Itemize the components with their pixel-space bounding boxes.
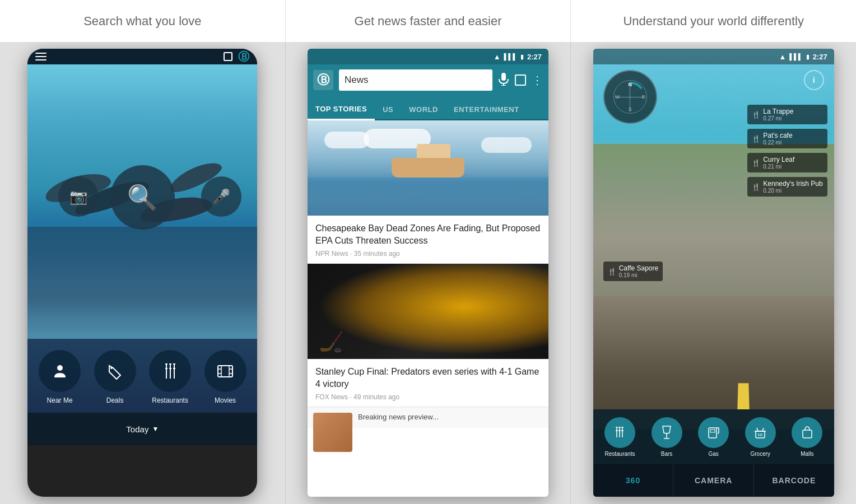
s2-square-icon[interactable] <box>515 74 526 86</box>
s3-grocery-circle[interactable] <box>745 417 776 448</box>
news-img-1 <box>308 120 548 216</box>
nav-movies[interactable]: Movies <box>204 350 246 404</box>
s2-search-bar[interactable]: News <box>339 69 492 91</box>
s1-status-bar: Ⓑ <box>27 49 257 64</box>
s3-gas-icon <box>708 426 720 439</box>
s2-status-bar: ▲ ▌▌▌ ▮ 2:27 <box>308 49 548 64</box>
fork-icon <box>162 363 178 380</box>
restaurants-circle[interactable] <box>149 350 191 392</box>
s3-bottom-nav: Restaurants Bars <box>593 409 834 464</box>
s2-time: 2:27 <box>527 53 542 61</box>
water-reflection <box>27 227 257 339</box>
compass-e: E <box>642 94 645 100</box>
poi-pats-cafe: 🍴 Pat's cafe 0.22 mi <box>747 129 827 148</box>
compass-inner: N S E W <box>613 80 647 114</box>
poi-list-right: 🍴 La Trappe 0.27 mi 🍴 Pat's cafe 0.22 mi <box>747 105 827 197</box>
nav-deals[interactable]: Deals <box>94 350 136 404</box>
tab-world[interactable]: WORLD <box>401 100 446 119</box>
compass-n: N <box>628 82 632 87</box>
s3-fork-icon <box>613 426 626 438</box>
camera-button[interactable]: 📷 <box>58 176 99 217</box>
s3-bottom-tabs: 360 CAMERA BARCODE <box>593 464 834 497</box>
s1-square-icon <box>224 52 232 61</box>
tab-entertainment[interactable]: ENTERTAINMENT <box>446 100 527 119</box>
poi-caffe-sapore-dist: 0.19 mi <box>619 272 659 278</box>
tagline-3: Understand your world differently <box>623 14 803 29</box>
s3-nav-malls[interactable]: Malls <box>792 417 822 457</box>
poi-kennedys-name: Kennedy's Irish Pub <box>763 180 822 188</box>
s1-menu-icon[interactable] <box>35 53 46 60</box>
s2-toolbar: Ⓑ News ⋮ <box>308 64 548 96</box>
s3-restaurants-label: Restaurants <box>605 451 635 457</box>
tab-us[interactable]: US <box>375 100 401 119</box>
tab-barcode-label: BARCODE <box>772 476 816 485</box>
poi-kennedys-dist: 0.20 mi <box>763 188 822 194</box>
deals-circle[interactable] <box>94 350 136 392</box>
film-icon <box>217 364 234 379</box>
news-img-2: 🏒 <box>308 264 548 359</box>
tab-360[interactable]: 360 <box>593 464 673 497</box>
news-card-2[interactable]: 🏒 Stanley Cup Final: Predators even seri… <box>308 264 548 407</box>
info-button[interactable]: i <box>804 70 824 90</box>
s3-battery-icon: ▮ <box>806 53 810 60</box>
nav-restaurants[interactable]: Restaurants <box>149 350 191 404</box>
phones-row: Ⓑ 📷 <box>0 42 856 504</box>
poi-kennedys-text: Kennedy's Irish Pub 0.20 mi <box>763 180 822 194</box>
today-label: Today <box>126 424 148 434</box>
tab-camera[interactable]: CAMERA <box>673 464 754 497</box>
s2-more-icon[interactable]: ⋮ <box>532 73 543 87</box>
news-text-2: Stanley Cup Final: Predators even series… <box>308 359 548 407</box>
s3-status-bar: ▲ ▌▌▌ ▮ 2:27 <box>593 49 834 64</box>
s3-time: 2:27 <box>813 53 827 61</box>
poi-la-trappe-dist: 0.27 mi <box>763 115 793 122</box>
screen1-section: Ⓑ 📷 <box>0 42 285 504</box>
s3-basket-icon <box>753 426 767 439</box>
s3-nav-bars[interactable]: Bars <box>652 417 682 457</box>
phone1-frame: Ⓑ 📷 <box>27 49 257 497</box>
s2-mic-btn[interactable] <box>498 72 509 88</box>
s3-gas-circle[interactable] <box>698 417 729 448</box>
s3-nav-grocery[interactable]: Grocery <box>745 417 776 457</box>
news-meta-2: FOX News · 49 minutes ago <box>315 393 541 401</box>
cloud3 <box>481 137 532 153</box>
today-bar[interactable]: Today ▼ <box>27 413 257 445</box>
s3-restaurants-circle[interactable] <box>604 417 635 448</box>
poi-caffe-sapore-text: Caffe Sapore 0.19 mi <box>619 264 659 278</box>
near-me-circle[interactable] <box>39 350 81 392</box>
water <box>308 178 548 216</box>
mic-button[interactable]: 🎤 <box>201 176 241 217</box>
s3-malls-circle[interactable] <box>792 417 822 448</box>
tab-barcode[interactable]: BARCODE <box>754 464 834 497</box>
svg-point-1 <box>110 367 113 369</box>
poi-curry-leaf-name: Curry Leaf <box>763 156 794 164</box>
tab-360-label: 360 <box>626 476 640 485</box>
poi-curry-leaf-text: Curry Leaf 0.21 mi <box>763 156 794 170</box>
deals-label: Deals <box>106 396 124 404</box>
poi-pats-cafe-dist: 0.22 mi <box>763 139 792 146</box>
poi-fork-icon-1: 🍴 <box>752 111 760 119</box>
s3-nav-gas[interactable]: Gas <box>698 417 729 457</box>
screen3-section: ▲ ▌▌▌ ▮ 2:27 <box>570 42 856 504</box>
search-button[interactable]: 🔍 <box>110 165 175 230</box>
s3-grocery-label: Grocery <box>750 451 770 457</box>
poi-la-trappe: 🍴 La Trappe 0.27 mi <box>747 105 827 124</box>
news-card-1[interactable]: Chesapeake Bay Dead Zones Are Fading, Bu… <box>308 120 548 264</box>
top-headers: Search what you love Get news faster and… <box>0 0 856 42</box>
s2-signal-icon: ▌▌▌ <box>504 53 517 60</box>
s2-mic-icon <box>498 72 509 86</box>
s3-nav-restaurants[interactable]: Restaurants <box>604 417 635 457</box>
s3-bars-circle[interactable] <box>652 417 682 448</box>
page-root: Search what you love Get news faster and… <box>0 0 856 504</box>
header-section-2: Get news faster and easier <box>285 0 571 42</box>
info-icon: i <box>813 76 815 85</box>
road-line1 <box>737 383 749 409</box>
s3-bag-icon <box>801 426 814 439</box>
svg-rect-11 <box>218 366 232 377</box>
nav-near-me[interactable]: Near Me <box>39 350 81 404</box>
tab-top-stories[interactable]: TOP STORIES <box>308 99 375 120</box>
svg-rect-33 <box>710 430 715 432</box>
poi-pats-cafe-text: Pat's cafe 0.22 mi <box>763 132 792 146</box>
poi-fork-icon-2: 🍴 <box>752 135 760 143</box>
movies-circle[interactable] <box>204 350 246 392</box>
boat-cabin <box>417 144 450 158</box>
